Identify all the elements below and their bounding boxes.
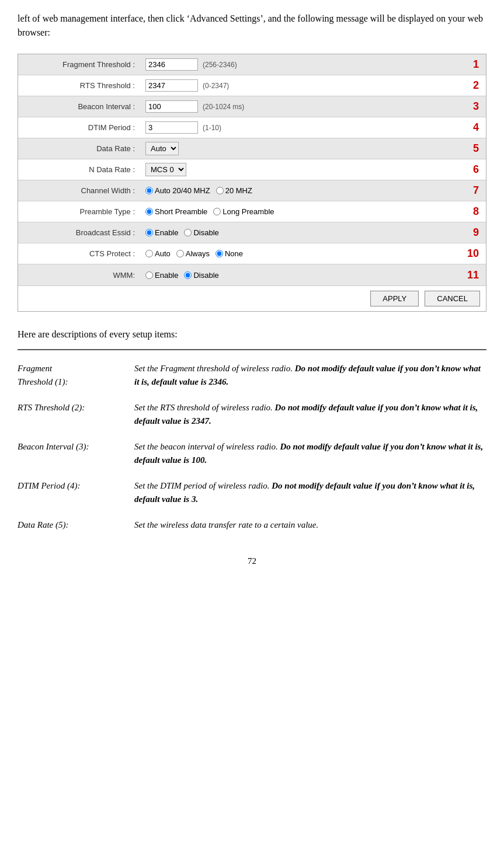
select-field-5[interactable]: Auto bbox=[145, 142, 179, 155]
row-number-3: 3 bbox=[463, 100, 486, 113]
radio-group-7: Auto 20/40 MHZ20 MHZ bbox=[145, 186, 252, 195]
radio-input-10-2[interactable] bbox=[215, 250, 223, 257]
row-number-4: 4 bbox=[463, 121, 486, 134]
desc-label-2: RTS Threshold (2): bbox=[18, 401, 134, 440]
settings-row-2: RTS Threshold :(0-2347)2 bbox=[18, 75, 486, 96]
row-label-1: Fragment Threshold : bbox=[18, 57, 141, 72]
row-label-3: Beacon Interval : bbox=[18, 99, 141, 114]
row-content-6: MCS 0 bbox=[141, 159, 463, 180]
descriptions-table: FragmentThreshold (1):Set the Fragment t… bbox=[18, 362, 486, 545]
radio-label-10-1[interactable]: Always bbox=[176, 249, 210, 258]
input-field-4[interactable] bbox=[145, 121, 198, 134]
row-label-8: Preamble Type : bbox=[18, 204, 141, 219]
row-label-9: Broadcast Essid : bbox=[18, 225, 141, 240]
desc-bold-2: Do not modify default value if you don’t… bbox=[134, 403, 478, 426]
descriptions-header: Here are descriptions of every setup ite… bbox=[18, 329, 486, 340]
radio-label-10-2[interactable]: None bbox=[215, 249, 243, 258]
radio-input-10-0[interactable] bbox=[145, 250, 153, 257]
desc-label-1: FragmentThreshold (1): bbox=[18, 362, 134, 401]
row-content-11: EnableDisable bbox=[141, 267, 463, 283]
input-field-3[interactable] bbox=[145, 100, 198, 113]
row-label-2: RTS Threshold : bbox=[18, 78, 141, 93]
desc-row-2: RTS Threshold (2):Set the RTS threshold … bbox=[18, 401, 486, 440]
radio-label-8-0[interactable]: Short Preamble bbox=[145, 207, 207, 216]
row-label-6: N Data Rate : bbox=[18, 162, 141, 177]
settings-row-10: CTS Protect :AutoAlwaysNone10 bbox=[18, 243, 486, 264]
row-content-1: (256-2346) bbox=[141, 55, 463, 74]
desc-label-3: Beacon Interval (3): bbox=[18, 440, 134, 479]
radio-label-9-0[interactable]: Enable bbox=[145, 228, 178, 237]
desc-label-4: DTIM Period (4): bbox=[18, 479, 134, 518]
desc-bold-3: Do not modify default value if you don’t… bbox=[134, 442, 483, 465]
radio-input-8-0[interactable] bbox=[145, 208, 153, 215]
radio-input-9-0[interactable] bbox=[145, 229, 153, 236]
desc-content-5: Set the wireless data transfer rate to a… bbox=[134, 518, 486, 545]
row-number-8: 8 bbox=[463, 205, 486, 218]
hint-text-2: (0-2347) bbox=[203, 82, 229, 90]
row-content-4: (1-10) bbox=[141, 118, 463, 137]
settings-table: Fragment Threshold :(256-2346)1RTS Thres… bbox=[18, 54, 486, 312]
desc-content-1: Set the Fragment threshold of wireless r… bbox=[134, 362, 486, 401]
desc-row-3: Beacon Interval (3):Set the beacon inter… bbox=[18, 440, 486, 479]
intro-paragraph: left of web management interface, then c… bbox=[18, 12, 486, 40]
settings-row-6: N Data Rate :MCS 06 bbox=[18, 159, 486, 180]
row-content-3: (20-1024 ms) bbox=[141, 97, 463, 116]
radio-input-9-1[interactable] bbox=[184, 229, 192, 236]
radio-input-7-0[interactable] bbox=[145, 187, 153, 194]
row-label-4: DTIM Period : bbox=[18, 120, 141, 135]
settings-row-7: Channel Width :Auto 20/40 MHZ20 MHZ7 bbox=[18, 180, 486, 201]
input-field-2[interactable] bbox=[145, 79, 198, 92]
desc-content-3: Set the beacon interval of wireless radi… bbox=[134, 440, 486, 479]
select-field-6[interactable]: MCS 0 bbox=[145, 163, 186, 176]
radio-input-11-0[interactable] bbox=[145, 271, 153, 279]
desc-label-5: Data Rate (5): bbox=[18, 518, 134, 545]
radio-input-8-1[interactable] bbox=[213, 208, 221, 215]
settings-row-5: Data Rate :Auto5 bbox=[18, 138, 486, 159]
radio-input-10-1[interactable] bbox=[176, 250, 184, 257]
settings-row-8: Preamble Type :Short PreambleLong Preamb… bbox=[18, 201, 486, 222]
radio-label-7-1[interactable]: 20 MHZ bbox=[216, 186, 252, 195]
desc-row-5: Data Rate (5):Set the wireless data tran… bbox=[18, 518, 486, 545]
settings-row-9: Broadcast Essid :EnableDisable9 bbox=[18, 222, 486, 243]
settings-row-1: Fragment Threshold :(256-2346)1 bbox=[18, 54, 486, 75]
row-label-10: CTS Protect : bbox=[18, 246, 141, 262]
radio-label-10-0[interactable]: Auto bbox=[145, 249, 171, 258]
row-number-5: 5 bbox=[463, 142, 486, 155]
hint-text-3: (20-1024 ms) bbox=[203, 103, 244, 111]
radio-input-11-1[interactable] bbox=[184, 271, 192, 279]
hint-text-4: (1-10) bbox=[203, 124, 221, 132]
desc-bold-4: Do not modify default value if you don’t… bbox=[134, 481, 475, 504]
row-number-10: 10 bbox=[463, 247, 486, 260]
radio-label-11-1[interactable]: Disable bbox=[184, 271, 218, 280]
page-number: 72 bbox=[18, 556, 486, 566]
radio-group-10: AutoAlwaysNone bbox=[145, 249, 243, 258]
row-content-5: Auto bbox=[141, 138, 463, 159]
apply-button[interactable]: APPLY bbox=[370, 291, 419, 306]
radio-label-8-1[interactable]: Long Preamble bbox=[213, 207, 274, 216]
cancel-button[interactable]: CANCEL bbox=[425, 291, 480, 306]
radio-group-11: EnableDisable bbox=[145, 271, 219, 280]
settings-row-11: WMM:EnableDisable11 bbox=[18, 264, 486, 285]
row-number-2: 2 bbox=[463, 79, 486, 92]
desc-row-1: FragmentThreshold (1):Set the Fragment t… bbox=[18, 362, 486, 401]
radio-label-11-0[interactable]: Enable bbox=[145, 271, 178, 280]
input-field-1[interactable] bbox=[145, 58, 198, 71]
row-content-8: Short PreambleLong Preamble bbox=[141, 204, 463, 219]
desc-bold-1: Do not modify default value if you don’t… bbox=[134, 364, 481, 386]
row-number-1: 1 bbox=[463, 58, 486, 71]
row-content-7: Auto 20/40 MHZ20 MHZ bbox=[141, 183, 463, 198]
row-label-11: WMM: bbox=[18, 267, 141, 283]
desc-content-2: Set the RTS threshold of wireless radio.… bbox=[134, 401, 486, 440]
radio-group-9: EnableDisable bbox=[145, 228, 219, 237]
row-label-5: Data Rate : bbox=[18, 141, 141, 156]
row-label-7: Channel Width : bbox=[18, 183, 141, 198]
settings-row-4: DTIM Period :(1-10)4 bbox=[18, 117, 486, 138]
row-number-9: 9 bbox=[463, 226, 486, 239]
radio-label-7-0[interactable]: Auto 20/40 MHZ bbox=[145, 186, 210, 195]
hint-text-1: (256-2346) bbox=[203, 61, 237, 69]
radio-group-8: Short PreambleLong Preamble bbox=[145, 207, 274, 216]
row-content-10: AutoAlwaysNone bbox=[141, 246, 463, 262]
radio-input-7-1[interactable] bbox=[216, 187, 224, 194]
desc-row-4: DTIM Period (4):Set the DTIM period of w… bbox=[18, 479, 486, 518]
radio-label-9-1[interactable]: Disable bbox=[184, 228, 218, 237]
